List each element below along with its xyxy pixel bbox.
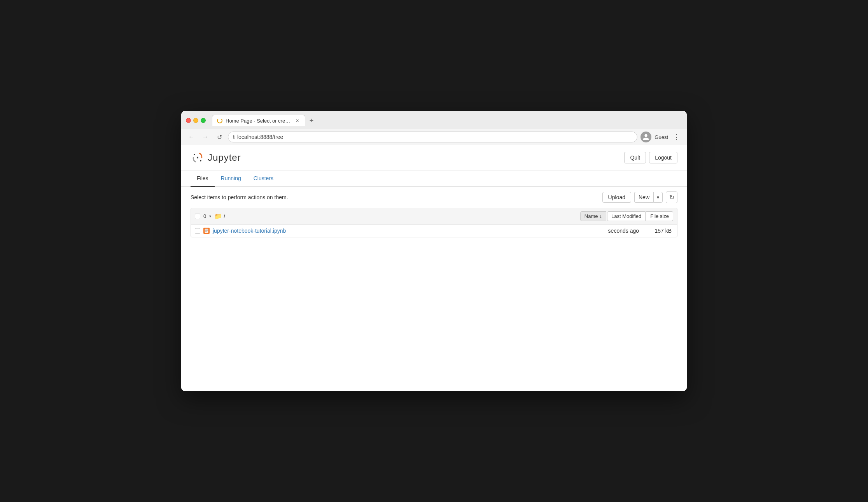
file-link[interactable]: jupyter-notebook-tutorial.ipynb [213,228,286,234]
svg-point-0 [197,157,198,158]
quit-button[interactable]: Quit [624,152,646,163]
profile-icon[interactable] [640,132,651,142]
traffic-lights [186,118,206,123]
tab-spinner [217,118,222,123]
file-toolbar: Select items to perform actions on them.… [181,187,687,208]
maximize-button[interactable] [201,118,206,123]
toolbar-right: Upload New ▾ ↻ [602,191,677,203]
minimize-button[interactable] [193,118,198,123]
file-name-cell: jupyter-notebook-tutorial.ipynb [203,228,581,234]
jupyter-tabs: Files Running Clusters [181,170,687,187]
file-modified: seconds ago [584,228,639,234]
select-dropdown-button[interactable]: ▾ [209,214,211,218]
jupyter-logo-icon [191,151,205,165]
new-dropdown-button[interactable]: ▾ [653,192,663,203]
jupyter-logo: Jupyter [191,151,241,165]
reload-button[interactable]: ↺ [214,132,225,142]
jupyter-header: Jupyter Quit Logout [181,145,687,170]
address-bar: ← → ↺ ℹ localhost:8888/tree Guest ⋮ [181,129,687,145]
page-content: Jupyter Quit Logout Files Running Cluste… [181,145,687,391]
url-bar[interactable]: ℹ localhost:8888/tree [228,132,637,142]
svg-point-2 [194,154,195,155]
upload-button[interactable]: Upload [602,192,631,203]
refresh-button[interactable]: ↻ [666,191,677,203]
title-bar: Home Page - Select or create a ✕ + [181,111,687,129]
sort-buttons: Name ↓ Last Modified File size [580,211,673,221]
logout-button[interactable]: Logout [649,152,677,163]
file-list-header: 0 ▾ 📁 / Name ↓ Last Modified F [191,208,677,225]
browser-menu-button[interactable]: ⋮ [671,132,682,142]
tab-close-button[interactable]: ✕ [294,118,300,124]
folder-icon: 📁 [214,212,222,220]
file-size: 157 kB [642,228,673,234]
toolbar-text: Select items to perform actions on them. [191,194,288,200]
file-list: 0 ▾ 📁 / Name ↓ Last Modified F [191,208,677,237]
notebook-icon [203,228,210,234]
back-button[interactable]: ← [186,132,197,142]
tab-running[interactable]: Running [215,170,247,187]
active-tab[interactable]: Home Page - Select or create a ✕ [212,115,305,126]
select-all-checkbox[interactable] [195,214,200,219]
forward-button[interactable]: → [200,132,211,142]
tab-title: Home Page - Select or create a [226,118,291,124]
browser-window: Home Page - Select or create a ✕ + ← → ↺… [181,111,687,391]
guest-label: Guest [654,134,668,140]
security-icon: ℹ [233,134,235,140]
tab-clusters[interactable]: Clusters [247,170,280,187]
selected-count: 0 [202,213,208,219]
svg-point-1 [200,160,201,161]
profile-area: Guest ⋮ [640,132,682,142]
new-button-group: New ▾ [634,192,663,203]
file-checkbox[interactable] [195,228,200,233]
url-text: localhost:8888/tree [237,134,283,140]
folder-path: 📁 / [214,212,225,220]
new-button[interactable]: New [634,192,653,203]
tab-bar: Home Page - Select or create a ✕ + [212,115,682,126]
new-tab-button[interactable]: + [306,115,317,126]
close-button[interactable] [186,118,191,123]
sort-modified-button[interactable]: Last Modified [607,211,646,221]
header-buttons: Quit Logout [624,152,677,163]
select-all-area: 0 ▾ [195,213,211,219]
tab-files[interactable]: Files [191,170,215,187]
path-text: / [224,213,225,219]
jupyter-logo-text: Jupyter [208,152,241,163]
table-row: jupyter-notebook-tutorial.ipynb seconds … [191,225,677,237]
sort-name-button[interactable]: Name ↓ [580,211,606,221]
sort-size-button[interactable]: File size [646,211,673,221]
